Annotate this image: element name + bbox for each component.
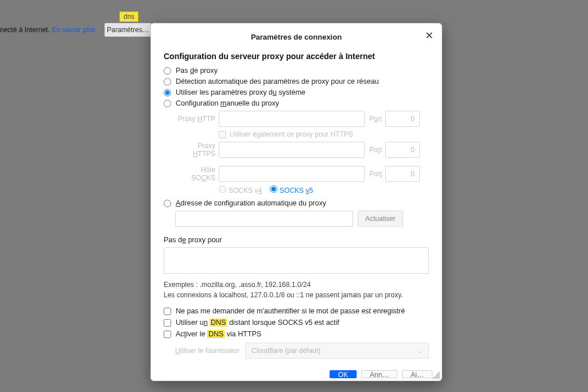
radio-auto-config-url[interactable]: Adresse de configuration automatique du … <box>164 199 429 207</box>
learn-more-link[interactable]: En savoir plus <box>52 26 95 34</box>
radio-no-proxy[interactable]: Pas de proxy <box>164 67 429 75</box>
https-port-input[interactable] <box>385 142 420 158</box>
no-proxy-label: Pas de proxy pour <box>164 236 429 244</box>
search-tag-top: dns <box>119 11 138 22</box>
socks5-radio[interactable]: SOCKS v5 <box>270 185 313 195</box>
http-proxy-input[interactable] <box>219 111 365 127</box>
checkbox-dns-https[interactable]: Activer le DNS via HTTPS <box>164 330 429 338</box>
dns-provider-row: Utiliser le fournisseur Cloudflare (par … <box>175 343 429 359</box>
close-icon[interactable]: ✕ <box>425 30 434 41</box>
socks-version-row: SOCKS v4 SOCKS v5 <box>219 185 429 195</box>
no-proxy-textarea[interactable] <box>164 247 429 274</box>
resize-handle-icon[interactable] <box>432 371 440 379</box>
manual-proxy-block: Proxy HTTP Port Utiliser également ce pr… <box>164 111 429 195</box>
radio-auto-detect[interactable]: Détection automatique des paramètres de … <box>164 77 429 86</box>
http-port-input[interactable] <box>385 111 420 127</box>
background-settings-button[interactable]: Paramètres… <box>105 23 152 37</box>
checkbox-saved-password[interactable]: Ne pas me demander de m'authentifier si … <box>164 307 429 315</box>
refresh-button[interactable]: Actualiser <box>358 211 403 227</box>
socks-host-input[interactable] <box>219 166 365 182</box>
dns-provider-label: Utiliser le fournisseur <box>175 347 239 355</box>
connection-settings-dialog: ✕ Paramètres de connexion Configuration … <box>150 23 442 381</box>
checkbox-dns-socks[interactable]: Utiliser un DNS distant lorsque SOCKS v5… <box>164 319 429 327</box>
also-https-checkbox[interactable]: Utiliser également ce proxy pour HTTPS <box>219 130 429 138</box>
http-proxy-label: Proxy HTTP <box>175 115 215 123</box>
no-proxy-localnote: Les connexions à localhost, 127.0.0.1/8 … <box>164 291 429 299</box>
chevron-down-icon: ⌄ <box>418 348 423 354</box>
radio-manual-proxy[interactable]: Configuration manuelle du proxy <box>164 99 429 107</box>
cancel-button[interactable]: Ann… <box>361 370 397 378</box>
socks-port-label: Port <box>369 170 382 178</box>
help-button[interactable]: Ai… <box>402 370 432 378</box>
no-proxy-examples: Exemples : .mozilla.org, .asso.fr, 192.1… <box>164 281 429 289</box>
http-port-label: Port <box>369 115 382 123</box>
ok-button[interactable]: OK <box>330 370 357 378</box>
socks-host-label: Hôte SOCKS <box>175 166 215 182</box>
auto-config-url-input[interactable] <box>175 211 353 227</box>
dns-provider-select[interactable]: Cloudflare (par défaut) ⌄ <box>245 343 429 359</box>
https-proxy-label: Proxy HTTPS <box>175 142 215 158</box>
socks4-radio[interactable]: SOCKS v4 <box>219 185 262 195</box>
radio-system-proxy[interactable]: Utiliser les paramètres proxy du système <box>164 88 429 96</box>
socks-port-input[interactable] <box>385 166 420 182</box>
dialog-footer: OK Ann… Ai… <box>330 370 432 378</box>
section-heading: Configuration du serveur proxy pour accé… <box>164 52 429 61</box>
https-port-label: Port <box>369 146 382 154</box>
dialog-title: Paramètres de connexion <box>164 30 429 52</box>
background-network-text: necté à Internet. En savoir plus <box>0 23 95 37</box>
https-proxy-input[interactable] <box>219 142 365 158</box>
